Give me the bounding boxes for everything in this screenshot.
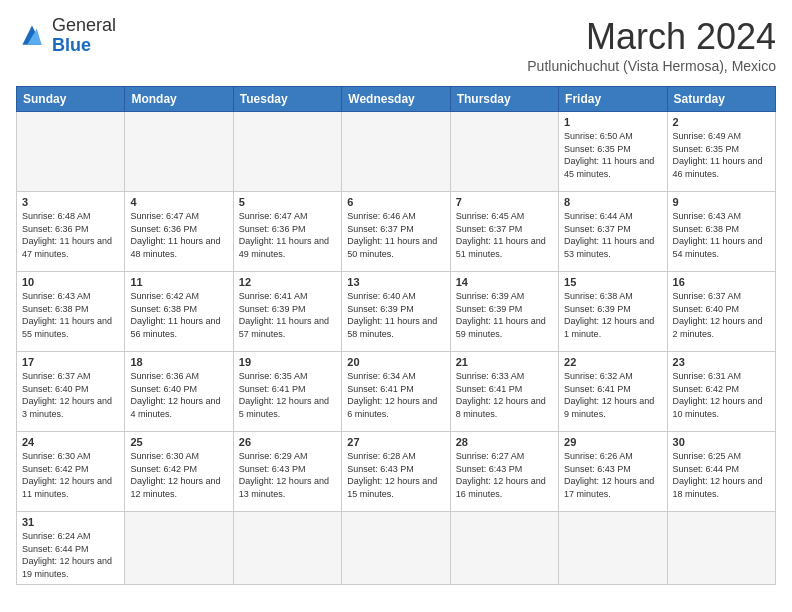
calendar-cell: [17, 112, 125, 192]
day-number: 26: [239, 436, 336, 448]
day-number: 23: [673, 356, 770, 368]
calendar-week-6: 31Sunrise: 6:24 AM Sunset: 6:44 PM Dayli…: [17, 512, 776, 585]
day-number: 27: [347, 436, 444, 448]
calendar-cell: 29Sunrise: 6:26 AM Sunset: 6:43 PM Dayli…: [559, 432, 667, 512]
location-subtitle: Putlunichuchut (Vista Hermosa), Mexico: [527, 58, 776, 74]
day-number: 17: [22, 356, 119, 368]
day-number: 8: [564, 196, 661, 208]
calendar-cell: 28Sunrise: 6:27 AM Sunset: 6:43 PM Dayli…: [450, 432, 558, 512]
calendar-cell: 18Sunrise: 6:36 AM Sunset: 6:40 PM Dayli…: [125, 352, 233, 432]
calendar-week-1: 1Sunrise: 6:50 AM Sunset: 6:35 PM Daylig…: [17, 112, 776, 192]
calendar-cell: 7Sunrise: 6:45 AM Sunset: 6:37 PM Daylig…: [450, 192, 558, 272]
calendar-cell: 8Sunrise: 6:44 AM Sunset: 6:37 PM Daylig…: [559, 192, 667, 272]
calendar-cell: 2Sunrise: 6:49 AM Sunset: 6:35 PM Daylig…: [667, 112, 775, 192]
day-number: 16: [673, 276, 770, 288]
calendar-cell: 17Sunrise: 6:37 AM Sunset: 6:40 PM Dayli…: [17, 352, 125, 432]
calendar-cell: [125, 112, 233, 192]
day-info: Sunrise: 6:50 AM Sunset: 6:35 PM Dayligh…: [564, 130, 661, 180]
calendar-week-4: 17Sunrise: 6:37 AM Sunset: 6:40 PM Dayli…: [17, 352, 776, 432]
day-number: 18: [130, 356, 227, 368]
calendar-cell: [233, 512, 341, 585]
day-info: Sunrise: 6:24 AM Sunset: 6:44 PM Dayligh…: [22, 530, 119, 580]
day-number: 3: [22, 196, 119, 208]
day-number: 31: [22, 516, 119, 528]
logo-general-text: General: [52, 15, 116, 35]
day-number: 10: [22, 276, 119, 288]
day-info: Sunrise: 6:47 AM Sunset: 6:36 PM Dayligh…: [130, 210, 227, 260]
day-info: Sunrise: 6:45 AM Sunset: 6:37 PM Dayligh…: [456, 210, 553, 260]
col-header-saturday: Saturday: [667, 87, 775, 112]
day-info: Sunrise: 6:42 AM Sunset: 6:38 PM Dayligh…: [130, 290, 227, 340]
day-info: Sunrise: 6:30 AM Sunset: 6:42 PM Dayligh…: [130, 450, 227, 500]
calendar-cell: 22Sunrise: 6:32 AM Sunset: 6:41 PM Dayli…: [559, 352, 667, 432]
calendar-cell: [667, 512, 775, 585]
calendar-cell: [125, 512, 233, 585]
calendar-cell: [342, 512, 450, 585]
day-number: 6: [347, 196, 444, 208]
calendar-week-5: 24Sunrise: 6:30 AM Sunset: 6:42 PM Dayli…: [17, 432, 776, 512]
day-info: Sunrise: 6:48 AM Sunset: 6:36 PM Dayligh…: [22, 210, 119, 260]
day-number: 2: [673, 116, 770, 128]
calendar-cell: 16Sunrise: 6:37 AM Sunset: 6:40 PM Dayli…: [667, 272, 775, 352]
logo: General Blue: [16, 16, 116, 56]
calendar-cell: 9Sunrise: 6:43 AM Sunset: 6:38 PM Daylig…: [667, 192, 775, 272]
day-info: Sunrise: 6:27 AM Sunset: 6:43 PM Dayligh…: [456, 450, 553, 500]
day-info: Sunrise: 6:33 AM Sunset: 6:41 PM Dayligh…: [456, 370, 553, 420]
day-info: Sunrise: 6:39 AM Sunset: 6:39 PM Dayligh…: [456, 290, 553, 340]
day-info: Sunrise: 6:49 AM Sunset: 6:35 PM Dayligh…: [673, 130, 770, 180]
calendar-cell: 15Sunrise: 6:38 AM Sunset: 6:39 PM Dayli…: [559, 272, 667, 352]
day-info: Sunrise: 6:43 AM Sunset: 6:38 PM Dayligh…: [673, 210, 770, 260]
day-number: 22: [564, 356, 661, 368]
calendar-cell: 10Sunrise: 6:43 AM Sunset: 6:38 PM Dayli…: [17, 272, 125, 352]
day-info: Sunrise: 6:31 AM Sunset: 6:42 PM Dayligh…: [673, 370, 770, 420]
calendar-cell: 31Sunrise: 6:24 AM Sunset: 6:44 PM Dayli…: [17, 512, 125, 585]
day-info: Sunrise: 6:46 AM Sunset: 6:37 PM Dayligh…: [347, 210, 444, 260]
day-info: Sunrise: 6:28 AM Sunset: 6:43 PM Dayligh…: [347, 450, 444, 500]
day-number: 5: [239, 196, 336, 208]
day-info: Sunrise: 6:40 AM Sunset: 6:39 PM Dayligh…: [347, 290, 444, 340]
calendar-cell: 20Sunrise: 6:34 AM Sunset: 6:41 PM Dayli…: [342, 352, 450, 432]
col-header-thursday: Thursday: [450, 87, 558, 112]
calendar-cell: 25Sunrise: 6:30 AM Sunset: 6:42 PM Dayli…: [125, 432, 233, 512]
day-info: Sunrise: 6:44 AM Sunset: 6:37 PM Dayligh…: [564, 210, 661, 260]
day-number: 9: [673, 196, 770, 208]
day-info: Sunrise: 6:29 AM Sunset: 6:43 PM Dayligh…: [239, 450, 336, 500]
calendar-cell: [559, 512, 667, 585]
calendar-header-row: SundayMondayTuesdayWednesdayThursdayFrid…: [17, 87, 776, 112]
col-header-monday: Monday: [125, 87, 233, 112]
calendar-cell: [450, 512, 558, 585]
day-number: 30: [673, 436, 770, 448]
col-header-wednesday: Wednesday: [342, 87, 450, 112]
day-number: 20: [347, 356, 444, 368]
day-info: Sunrise: 6:25 AM Sunset: 6:44 PM Dayligh…: [673, 450, 770, 500]
calendar-table: SundayMondayTuesdayWednesdayThursdayFrid…: [16, 86, 776, 585]
logo-icon: [16, 22, 48, 50]
day-info: Sunrise: 6:34 AM Sunset: 6:41 PM Dayligh…: [347, 370, 444, 420]
logo-text: General Blue: [52, 16, 116, 56]
day-info: Sunrise: 6:35 AM Sunset: 6:41 PM Dayligh…: [239, 370, 336, 420]
calendar-cell: 24Sunrise: 6:30 AM Sunset: 6:42 PM Dayli…: [17, 432, 125, 512]
calendar-cell: 30Sunrise: 6:25 AM Sunset: 6:44 PM Dayli…: [667, 432, 775, 512]
day-info: Sunrise: 6:26 AM Sunset: 6:43 PM Dayligh…: [564, 450, 661, 500]
day-info: Sunrise: 6:30 AM Sunset: 6:42 PM Dayligh…: [22, 450, 119, 500]
logo-blue-text: Blue: [52, 35, 91, 55]
col-header-sunday: Sunday: [17, 87, 125, 112]
day-number: 24: [22, 436, 119, 448]
day-info: Sunrise: 6:37 AM Sunset: 6:40 PM Dayligh…: [673, 290, 770, 340]
month-title: March 2024: [527, 16, 776, 58]
calendar-cell: [450, 112, 558, 192]
header: General Blue March 2024 Putlunichuchut (…: [16, 16, 776, 74]
calendar-cell: [233, 112, 341, 192]
day-number: 29: [564, 436, 661, 448]
day-info: Sunrise: 6:37 AM Sunset: 6:40 PM Dayligh…: [22, 370, 119, 420]
day-number: 21: [456, 356, 553, 368]
day-info: Sunrise: 6:47 AM Sunset: 6:36 PM Dayligh…: [239, 210, 336, 260]
day-number: 4: [130, 196, 227, 208]
calendar-cell: [342, 112, 450, 192]
day-number: 11: [130, 276, 227, 288]
calendar-cell: 19Sunrise: 6:35 AM Sunset: 6:41 PM Dayli…: [233, 352, 341, 432]
page-wrapper: General Blue March 2024 Putlunichuchut (…: [16, 16, 776, 585]
calendar-cell: 21Sunrise: 6:33 AM Sunset: 6:41 PM Dayli…: [450, 352, 558, 432]
calendar-cell: 5Sunrise: 6:47 AM Sunset: 6:36 PM Daylig…: [233, 192, 341, 272]
day-info: Sunrise: 6:36 AM Sunset: 6:40 PM Dayligh…: [130, 370, 227, 420]
